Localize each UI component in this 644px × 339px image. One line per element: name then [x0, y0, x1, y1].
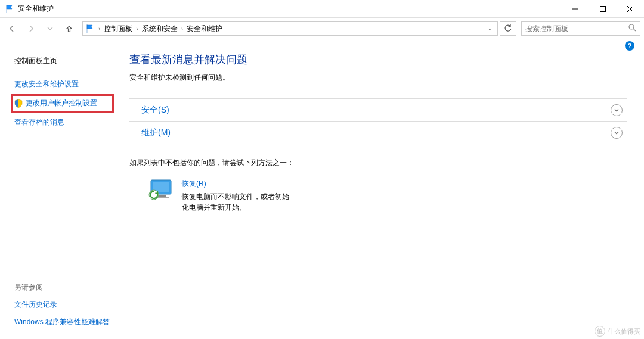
watermark-text: 什么值得买: [608, 327, 640, 336]
svg-line-5: [633, 29, 636, 31]
recovery-link[interactable]: 恢复(R): [182, 179, 295, 189]
recovery-block: 恢复(R) 恢复电脑而不影响文件，或者初始化电脑并重新开始。: [129, 179, 627, 213]
watermark: 值 什么值得买: [595, 326, 640, 337]
navbar: › 控制面板 › 系统和安全 › 安全和维护 ⌄: [0, 18, 644, 39]
recovery-text: 恢复(R) 恢复电脑而不影响文件，或者初始化电脑并重新开始。: [182, 179, 295, 213]
section-maintenance-label: 维护(M): [141, 127, 171, 138]
try-other-text: 如果列表中不包括你的问题，请尝试下列方法之一：: [129, 158, 627, 168]
sidebar-see-also-heading: 另请参阅: [14, 279, 114, 296]
search-box[interactable]: [521, 21, 640, 36]
up-button[interactable]: [61, 20, 78, 37]
chevron-down-icon: [611, 127, 623, 139]
close-button[interactable]: [617, 0, 644, 17]
page-heading: 查看最新消息并解决问题: [129, 52, 627, 67]
sidebar: 控制面板主页 更改安全和维护设置 更改用户帐户控制设置 查看存档的消息 另请参阅…: [0, 52, 122, 339]
security-flag-icon: [85, 24, 95, 33]
sidebar-compat-troubleshoot[interactable]: Windows 程序兼容性疑难解答: [14, 313, 114, 331]
section-maintenance[interactable]: 维护(M): [129, 121, 627, 144]
refresh-button[interactable]: [500, 21, 516, 36]
recovery-desc: 恢复电脑而不影响文件，或者初始化电脑并重新开始。: [182, 191, 295, 213]
section-security-label: 安全(S): [141, 105, 169, 116]
no-issues-text: 安全和维护未检测到任何问题。: [129, 73, 627, 83]
search-icon: [628, 24, 636, 33]
chevron-right-icon: ›: [97, 26, 101, 32]
window-controls: [562, 0, 644, 17]
recent-locations-button[interactable]: [42, 20, 58, 37]
main-content: 查看最新消息并解决问题 安全和维护未检测到任何问题。 安全(S) 维护(M) 如…: [122, 52, 644, 339]
svg-rect-1: [600, 6, 606, 11]
window-title: 安全和维护: [18, 4, 562, 14]
chevron-right-icon: ›: [180, 26, 184, 32]
address-dropdown-icon[interactable]: ⌄: [485, 26, 495, 32]
content-body: 控制面板主页 更改安全和维护设置 更改用户帐户控制设置 查看存档的消息 另请参阅…: [0, 52, 644, 339]
search-input[interactable]: [525, 24, 628, 33]
breadcrumb-root[interactable]: 控制面板: [103, 24, 134, 34]
chevron-right-icon: ›: [135, 26, 139, 32]
watermark-logo-icon: 值: [595, 326, 605, 337]
recovery-icon: [147, 179, 174, 201]
svg-point-4: [629, 24, 634, 29]
breadcrumb-mid[interactable]: 系统和安全: [141, 24, 179, 34]
sidebar-view-archived[interactable]: 查看存档的消息: [14, 114, 114, 131]
breadcrumb-leaf[interactable]: 安全和维护: [185, 24, 224, 34]
help-row: ?: [0, 39, 644, 52]
sidebar-change-uac-label: 更改用户帐户控制设置: [26, 98, 97, 108]
forward-button[interactable]: [23, 20, 39, 37]
sidebar-change-uac-highlighted[interactable]: 更改用户帐户控制设置: [11, 94, 114, 113]
sidebar-home[interactable]: 控制面板主页: [14, 52, 114, 70]
help-icon[interactable]: ?: [625, 41, 634, 51]
chevron-down-icon: [611, 104, 623, 116]
section-security[interactable]: 安全(S): [129, 98, 627, 121]
security-flag-icon: [5, 4, 14, 14]
maximize-button[interactable]: [589, 0, 617, 17]
minimize-button[interactable]: [562, 0, 589, 17]
address-bar[interactable]: › 控制面板 › 系统和安全 › 安全和维护 ⌄: [82, 21, 498, 36]
titlebar: 安全和维护: [0, 0, 644, 18]
uac-shield-icon: [14, 99, 23, 108]
sidebar-file-history[interactable]: 文件历史记录: [14, 296, 114, 313]
back-button[interactable]: [4, 20, 20, 37]
sidebar-change-security[interactable]: 更改安全和维护设置: [14, 76, 114, 93]
